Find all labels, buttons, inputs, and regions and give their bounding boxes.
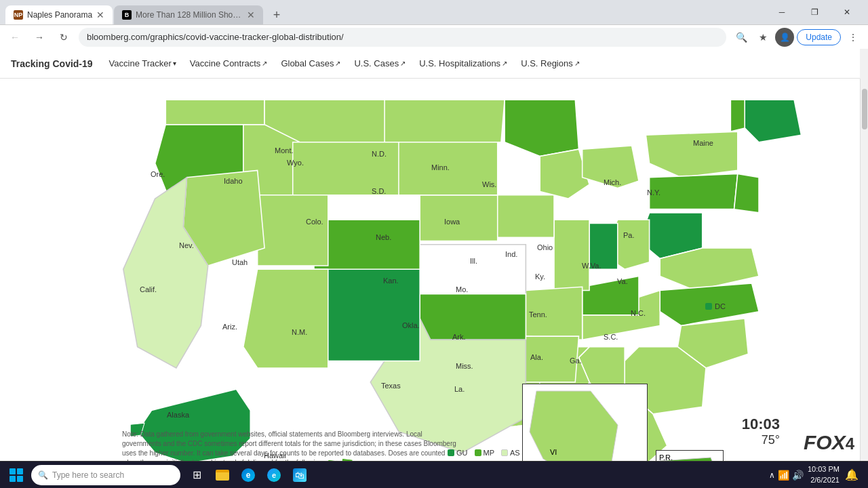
- scrollbar: [860, 49, 868, 79]
- url-text: bloomberg.com/graphics/covid-vaccine-tra…: [87, 32, 344, 42]
- taskbar-item-store[interactable]: 🛍: [288, 463, 312, 487]
- nav-us-cases[interactable]: U.S. Cases ↗: [354, 58, 406, 68]
- nav-vaccine-contracts-ext: ↗: [262, 60, 267, 67]
- profile-avatar[interactable]: 👤: [775, 28, 794, 47]
- minimize-button[interactable]: ─: [766, 3, 797, 22]
- nav-global-cases[interactable]: Global Cases ↗: [281, 58, 340, 68]
- start-button[interactable]: [3, 463, 30, 487]
- start-sq-4: [17, 476, 23, 482]
- clock-date: 2/6/2021: [808, 475, 840, 485]
- tab2-label: More Than 128 Million Shots Giv…: [136, 10, 243, 20]
- taskbar-search-text: Type here to search: [52, 470, 124, 480]
- svg-marker-38: [293, 142, 399, 195]
- bookmark-icon[interactable]: ★: [753, 28, 772, 47]
- forward-button[interactable]: →: [30, 28, 49, 47]
- nav-vaccine-contracts[interactable]: Vaccine Contracts ↗: [190, 58, 268, 68]
- svg-marker-32: [384, 142, 498, 195]
- temp-display: 75°: [762, 433, 780, 447]
- map-area: Ore. Idaho Wyo. Mont. N.D. S.D. Minn. Wi…: [0, 79, 868, 488]
- edge-icon: e: [241, 468, 255, 482]
- nav-items: Vaccine Tracker ▾ Vaccine Contracts ↗ Gl…: [109, 58, 580, 68]
- search-icon-taskbar: 🔍: [38, 470, 48, 480]
- start-sq-3: [9, 476, 16, 482]
- close-button[interactable]: ✕: [831, 3, 863, 22]
- taskbar-items: ⊞ e e 🛍: [184, 463, 312, 487]
- nav-us-hospitalizations-label: U.S. Hospitalizations: [419, 58, 500, 68]
- svg-marker-5: [384, 100, 505, 142]
- scrollbar-thumb[interactable]: [862, 89, 867, 129]
- maximize-button[interactable]: ❐: [799, 3, 830, 22]
- fox-channel-text: 4: [846, 434, 854, 453]
- page-scrollbar[interactable]: [860, 79, 868, 488]
- svg-marker-27: [494, 195, 555, 237]
- svg-marker-10: [730, 100, 745, 131]
- svg-marker-26: [554, 220, 589, 290]
- nav-us-regions[interactable]: U.S. Regions ↗: [521, 58, 580, 68]
- tab1-label: Naples Panorama: [27, 10, 92, 20]
- volume-icon[interactable]: 🔊: [792, 470, 804, 481]
- svg-marker-3: [165, 100, 264, 124]
- us-map-svg: [0, 79, 868, 488]
- taskbar: 🔍 Type here to search ⊞ e e 🛍 ∧ 📶 🔊 10:0…: [0, 461, 868, 488]
- start-sq-1: [9, 468, 16, 474]
- legend-mp: MP: [475, 449, 495, 457]
- svg-marker-31: [420, 195, 498, 241]
- window-controls: ─ ❐ ✕: [766, 0, 868, 24]
- time-display: 10:03: [742, 415, 780, 433]
- nav-global-cases-ext: ↗: [335, 60, 340, 67]
- taskbar-item-edge[interactable]: e: [236, 463, 260, 487]
- address-right: 🔍 ★ 👤 Update ⋮: [732, 28, 863, 47]
- taskbar-item-task-view[interactable]: ⊞: [184, 463, 209, 487]
- sys-icons-group: ∧ 📶 🔊: [769, 470, 804, 481]
- nav-vaccine-contracts-label: Vaccine Contracts: [190, 58, 261, 68]
- svg-marker-13: [734, 174, 759, 213]
- chevron-up-icon[interactable]: ∧: [769, 470, 775, 480]
- nav-global-cases-label: Global Cases: [281, 58, 334, 68]
- legend-as-dot: [501, 449, 508, 456]
- menu-button[interactable]: ⋮: [844, 28, 863, 47]
- tab1-favicon: NP: [14, 10, 23, 20]
- tab2-close[interactable]: ✕: [247, 9, 255, 20]
- tab-active[interactable]: NP Naples Panorama ✕: [5, 5, 113, 24]
- taskbar-item-explorer[interactable]: [210, 463, 235, 487]
- legend-as: AS: [501, 449, 520, 457]
- update-button[interactable]: Update: [797, 29, 841, 45]
- dc-legend: DC: [705, 302, 726, 310]
- site-nav: Tracking Covid-19 Vaccine Tracker ▾ Vacc…: [0, 49, 868, 79]
- store-icon: 🛍: [293, 468, 307, 482]
- url-bar[interactable]: bloomberg.com/graphics/covid-vaccine-tra…: [79, 28, 726, 47]
- network-icon[interactable]: 📶: [778, 470, 789, 481]
- svg-marker-9: [745, 100, 801, 142]
- tab1-close[interactable]: ✕: [96, 9, 104, 20]
- svg-marker-37: [314, 220, 420, 269]
- dc-legend-label: DC: [715, 302, 726, 310]
- site-title: Tracking Covid-19: [11, 58, 93, 69]
- nav-us-hospitalizations-ext: ↗: [502, 60, 507, 67]
- taskbar-item-ie[interactable]: e: [262, 463, 286, 487]
- notification-button[interactable]: 🔔: [844, 467, 860, 483]
- taskbar-clock[interactable]: 10:03 PM 2/6/2021: [808, 464, 840, 485]
- reload-button[interactable]: ↻: [54, 28, 73, 47]
- taskbar-right: ∧ 📶 🔊 10:03 PM 2/6/2021 🔔: [769, 464, 865, 485]
- taskbar-search-bar[interactable]: 🔍 Type here to search: [31, 465, 180, 485]
- tab-inactive[interactable]: B More Than 128 Million Shots Giv… ✕: [114, 5, 263, 24]
- legend-as-label: AS: [510, 449, 520, 457]
- new-tab-button[interactable]: +: [267, 5, 286, 24]
- nav-us-cases-label: U.S. Cases: [354, 58, 399, 68]
- nav-us-hospitalizations[interactable]: U.S. Hospitalizations ↗: [419, 58, 507, 68]
- nav-us-cases-ext: ↗: [400, 60, 406, 67]
- svg-marker-12: [650, 174, 738, 209]
- legend-mp-label: MP: [484, 449, 495, 457]
- fox-logo-area: FOX4: [804, 431, 854, 454]
- nav-vaccine-tracker-label: Vaccine Tracker: [109, 58, 172, 68]
- back-button[interactable]: ←: [5, 28, 24, 47]
- nav-vaccine-tracker-arrow: ▾: [173, 60, 176, 67]
- start-icon: [9, 468, 23, 482]
- address-bar: ← → ↻ bloomberg.com/graphics/covid-vacci…: [0, 24, 868, 49]
- nav-us-regions-ext: ↗: [574, 60, 580, 67]
- time-overlay: 10:03 75°: [742, 415, 780, 447]
- nav-vaccine-tracker[interactable]: Vaccine Tracker ▾: [109, 58, 176, 68]
- search-icon[interactable]: 🔍: [732, 28, 751, 47]
- clock-time: 10:03 PM: [808, 464, 840, 474]
- svg-marker-28: [526, 287, 582, 340]
